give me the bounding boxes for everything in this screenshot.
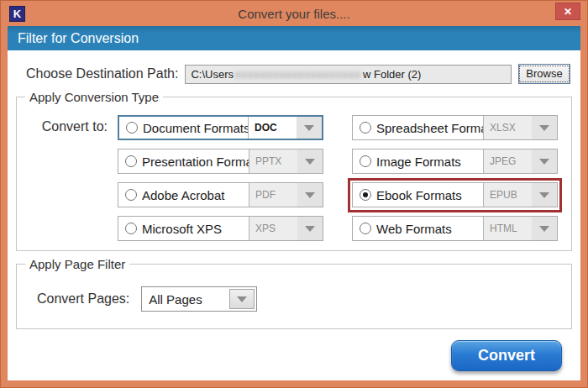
format-select-value: XLSX bbox=[484, 116, 532, 139]
chevron-down-icon[interactable] bbox=[532, 217, 557, 240]
path-suffix: w Folder (2) bbox=[363, 68, 421, 81]
convert-pages-label: Convert Pages: bbox=[37, 291, 129, 307]
radio-presentation-formats[interactable] bbox=[125, 155, 137, 167]
destination-path-row: Choose Destination Path: C:\Usersxxxxxxx… bbox=[26, 64, 570, 84]
format-select-document[interactable]: DOC bbox=[248, 117, 322, 139]
radio-document-formats[interactable] bbox=[126, 122, 138, 134]
format-option-label: Presentation Formats bbox=[142, 155, 249, 169]
format-select-value: HTML bbox=[484, 217, 532, 240]
conversion-group-title: Apply Conversion Type bbox=[25, 90, 163, 104]
dialog-header-banner: Filter for Conversion bbox=[8, 26, 580, 50]
format-option-label: Web Formats bbox=[376, 222, 452, 236]
banner-title: Filter for Conversion bbox=[18, 31, 139, 46]
chevron-down-icon[interactable] bbox=[532, 183, 557, 207]
title-bar[interactable]: K Convert your files.... ✕ bbox=[1, 1, 587, 26]
browse-button[interactable]: Browse bbox=[518, 64, 570, 84]
format-select-value: DOC bbox=[249, 117, 297, 139]
radio-microsoft-xps[interactable] bbox=[125, 223, 137, 234]
chevron-down-icon[interactable] bbox=[532, 116, 557, 139]
format-option-document-formats[interactable]: Document Formats DOC bbox=[118, 115, 323, 140]
close-icon: ✕ bbox=[564, 6, 572, 18]
page-filter-groupbox: Apply Page Filter Convert Pages: All Pag… bbox=[16, 264, 572, 329]
format-select-value: JPEG bbox=[484, 149, 532, 173]
format-option-image-formats[interactable]: Image Formats JPEG bbox=[352, 149, 558, 174]
convert-button[interactable]: Convert bbox=[451, 340, 562, 371]
format-select-adobe[interactable]: PDF bbox=[249, 183, 323, 207]
format-option-presentation-formats[interactable]: Presentation Formats PPTX bbox=[118, 149, 323, 174]
path-redacted-blur: xxxxxxxxxxxxxxxxxxxx bbox=[235, 68, 361, 81]
format-select-web[interactable]: HTML bbox=[483, 217, 557, 240]
format-option-label: Ebook Formats bbox=[376, 188, 462, 202]
convert-to-label: Convert to: bbox=[17, 115, 118, 241]
format-select-value: XPS bbox=[249, 217, 297, 240]
chevron-down-icon[interactable] bbox=[297, 149, 323, 173]
chevron-down-icon[interactable] bbox=[532, 149, 557, 173]
format-option-adobe-acrobat[interactable]: Adobe Acrobat PDF bbox=[118, 182, 323, 207]
format-option-web-formats[interactable]: Web Formats HTML bbox=[352, 216, 558, 241]
chevron-down-icon[interactable] bbox=[297, 117, 322, 139]
format-select-image[interactable]: JPEG bbox=[483, 149, 557, 173]
format-select-value: PDF bbox=[249, 183, 297, 207]
destination-path-input[interactable]: C:\Usersxxxxxxxxxxxxxxxxxxxxw Folder (2) bbox=[185, 65, 512, 84]
format-option-spreadsheet-formats[interactable]: Spreadsheet Formats XLSX bbox=[352, 115, 558, 140]
window-title: Convert your files.... bbox=[1, 7, 587, 21]
chevron-down-icon[interactable] bbox=[297, 217, 323, 240]
format-option-label: Microsoft XPS bbox=[142, 222, 222, 236]
dialog-window: K Convert your files.... ✕ Filter for Co… bbox=[0, 0, 588, 388]
radio-adobe-acrobat[interactable] bbox=[125, 189, 137, 201]
dialog-footer: Convert bbox=[8, 329, 580, 371]
browse-button-label: Browse bbox=[519, 66, 569, 82]
chevron-down-icon[interactable] bbox=[229, 289, 255, 309]
radio-web-formats[interactable] bbox=[360, 223, 371, 234]
format-select-ebook[interactable]: EPUB bbox=[483, 183, 557, 207]
close-button[interactable]: ✕ bbox=[555, 3, 580, 20]
radio-ebook-formats[interactable] bbox=[360, 189, 371, 201]
convert-pages-select[interactable]: All Pages bbox=[141, 286, 257, 312]
path-prefix: C:\Users bbox=[191, 68, 234, 81]
conversion-type-groupbox: Apply Conversion Type Convert to: Docume… bbox=[16, 97, 572, 251]
radio-spreadsheet-formats[interactable] bbox=[360, 122, 371, 134]
format-option-microsoft-xps[interactable]: Microsoft XPS XPS bbox=[118, 216, 323, 241]
radio-image-formats[interactable] bbox=[360, 155, 371, 167]
chevron-down-icon[interactable] bbox=[297, 183, 323, 207]
format-select-spreadsheet[interactable]: XLSX bbox=[483, 116, 557, 139]
format-option-label: Adobe Acrobat bbox=[142, 188, 224, 202]
format-select-xps[interactable]: XPS bbox=[249, 217, 323, 240]
format-select-presentation[interactable]: PPTX bbox=[249, 149, 323, 173]
format-options-grid: Document Formats DOC Spreadsheet Formats bbox=[118, 115, 558, 241]
format-select-value: EPUB bbox=[484, 183, 532, 207]
destination-path-label: Choose Destination Path: bbox=[26, 66, 178, 81]
format-option-label: Image Formats bbox=[376, 155, 461, 169]
page-filter-group-title: Apply Page Filter bbox=[25, 257, 129, 271]
format-option-ebook-formats[interactable]: Ebook Formats EPUB bbox=[352, 182, 558, 207]
format-option-label: Document Formats bbox=[143, 121, 248, 135]
format-option-label: Spreadsheet Formats bbox=[376, 121, 483, 135]
format-select-value: PPTX bbox=[249, 149, 297, 173]
convert-pages-value: All Pages bbox=[142, 287, 228, 311]
convert-button-label: Convert bbox=[478, 347, 535, 364]
dialog-content: Choose Destination Path: C:\Usersxxxxxxx… bbox=[8, 50, 580, 380]
